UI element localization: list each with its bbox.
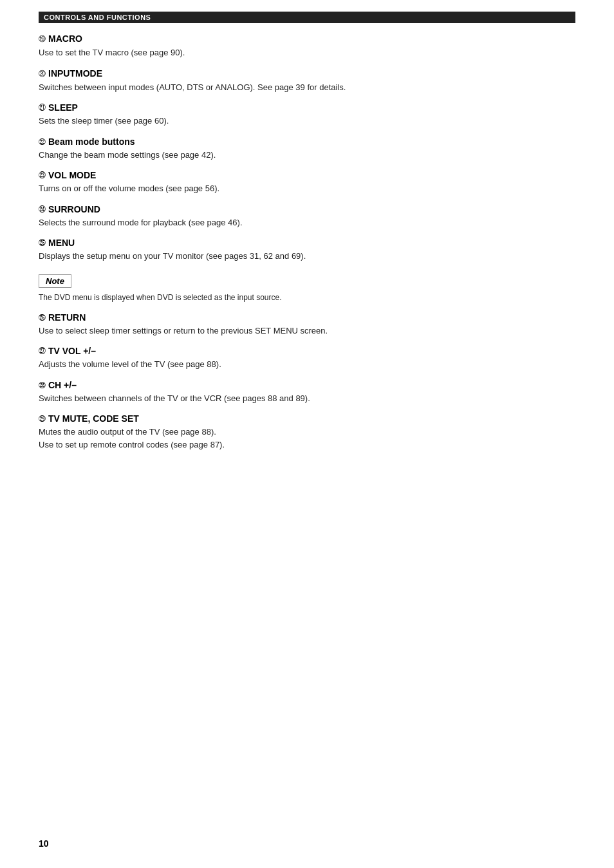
note-text: The DVD menu is displayed when DVD is se… — [39, 292, 575, 303]
section-25-body: Displays the setup menu on your TV monit… — [39, 250, 575, 263]
section-27-number: ㉗ — [39, 347, 46, 355]
section-23: ㉓ VOL MODE Turns on or off the volume mo… — [39, 170, 575, 195]
section-29: ㉙ TV MUTE, CODE SET Mutes the audio outp… — [39, 413, 575, 451]
section-25: ㉕ MENU Displays the setup menu on your T… — [39, 238, 575, 263]
section-28-title: CH +/– — [48, 380, 77, 390]
section-27: ㉗ TV VOL +/– Adjusts the volume level of… — [39, 346, 575, 371]
section-25-title: MENU — [48, 238, 75, 248]
section-28-number: ㉘ — [39, 381, 46, 389]
section-22-number: ㉒ — [39, 138, 46, 146]
sections-group-1: ⑲ MACRO Use to set the TV macro (see pag… — [39, 33, 575, 263]
section-26-body: Use to select sleep timer settings or re… — [39, 325, 575, 337]
section-19-body: Use to set the TV macro (see page 90). — [39, 46, 575, 59]
section-21-number: ㉑ — [39, 104, 46, 111]
section-20: ⑳ INPUTMODE Switches between input modes… — [39, 68, 575, 94]
section-24-title: SURROUND — [48, 204, 100, 214]
section-26-title: RETURN — [48, 312, 86, 323]
note-box: Note — [39, 274, 71, 288]
section-21-title: SLEEP — [48, 102, 78, 113]
page-container: CONTROLS AND FUNCTIONS ⑲ MACRO Use to se… — [0, 0, 614, 868]
section-24-number: ㉔ — [39, 205, 46, 213]
section-28-body: Switches between channels of the TV or t… — [39, 392, 575, 405]
page-number: 10 — [39, 838, 49, 849]
section-21: ㉑ SLEEP Sets the sleep timer (see page 6… — [39, 102, 575, 127]
section-19-number: ⑲ — [39, 34, 46, 44]
section-20-body: Switches between input modes (AUTO, DTS … — [39, 81, 575, 94]
section-27-body: Adjusts the volume level of the TV (see … — [39, 358, 575, 371]
section-23-body: Turns on or off the volume modes (see pa… — [39, 182, 575, 195]
section-19: ⑲ MACRO Use to set the TV macro (see pag… — [39, 33, 575, 59]
section-29-title: TV MUTE, CODE SET — [48, 413, 139, 424]
section-23-title: VOL MODE — [48, 170, 96, 180]
section-19-title: MACRO — [48, 33, 82, 44]
section-22-body: Change the beam mode settings (see page … — [39, 149, 575, 162]
section-20-title: INPUTMODE — [48, 68, 102, 79]
section-28: ㉘ CH +/– Switches between channels of th… — [39, 380, 575, 405]
section-23-number: ㉓ — [39, 171, 46, 179]
section-22-title: Beam mode buttons — [48, 137, 135, 147]
section-29-number: ㉙ — [39, 415, 46, 422]
section-25-number: ㉕ — [39, 239, 46, 247]
header-bar: CONTROLS AND FUNCTIONS — [39, 12, 575, 23]
section-24: ㉔ SURROUND Selects the surround mode for… — [39, 204, 575, 229]
section-29-body-line1: Mutes the audio output of the TV (see pa… — [39, 426, 575, 439]
section-29-body-line2: Use to set up remote control codes (see … — [39, 439, 575, 451]
header-text: CONTROLS AND FUNCTIONS — [44, 14, 151, 21]
note-section: Note The DVD menu is displayed when DVD … — [39, 272, 575, 303]
section-24-body: Selects the surround mode for playback (… — [39, 216, 575, 229]
note-label: Note — [46, 276, 64, 286]
section-27-title: TV VOL +/– — [48, 346, 96, 356]
section-20-number: ⑳ — [39, 69, 46, 79]
section-26-number: ㉖ — [39, 314, 46, 321]
section-26: ㉖ RETURN Use to select sleep timer setti… — [39, 312, 575, 337]
section-21-body: Sets the sleep timer (see page 60). — [39, 115, 575, 127]
section-22: ㉒ Beam mode buttons Change the beam mode… — [39, 137, 575, 162]
sections-group-2: ㉖ RETURN Use to select sleep timer setti… — [39, 312, 575, 451]
